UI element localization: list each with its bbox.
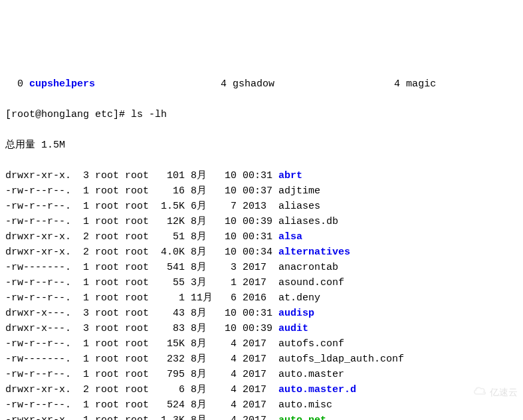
file-meta: -rwxr-xr-x. 1 root root 1.3K 8月 4 2017: [5, 415, 278, 420]
file-name: aliases: [278, 201, 320, 212]
list-item: drwxr-xr-x. 2 root root 6 8月 4 2017 auto…: [5, 382, 523, 397]
file-meta: -rw-r--r--. 1 root root 1.5K 6月 7 2013: [5, 201, 278, 212]
list-item: -rw-r--r--. 1 root root 1.5K 6月 7 2013 a…: [5, 199, 523, 214]
command-input[interactable]: ls -lh: [131, 109, 167, 120]
file-name: anacrontab: [278, 262, 338, 273]
list-item: -rw-r--r--. 1 root root 795 8月 4 2017 au…: [5, 367, 523, 382]
file-meta: -rw-r--r--. 1 root root 16 8月 10 00:37: [5, 185, 278, 197]
list-item: drwxr-x---. 3 root root 83 8月 10 00:39 a…: [5, 321, 523, 336]
list-item: -rwxr-xr-x. 1 root root 1.3K 8月 4 2017 a…: [5, 413, 523, 420]
watermark: 亿速云: [450, 369, 518, 416]
file-meta: drwxr-xr-x. 2 root root 4.0K 8月 10 00:34: [5, 247, 278, 258]
file-meta: -rw-------. 1 root root 232 8月 4 2017: [5, 354, 278, 365]
file-name: autofs_ldap_auth.conf: [278, 354, 404, 365]
list-item: -rw-r--r--. 1 root root 1 11月 6 2016 at.…: [5, 290, 523, 306]
file-name: autofs.conf: [278, 338, 344, 350]
file-meta: drwxr-x---. 3 root root 83 8月 10 00:39: [5, 323, 278, 334]
cloud-icon: [450, 369, 487, 416]
file-name: alternatives: [278, 247, 350, 258]
file-meta: drwxr-xr-x. 2 root root 6 8月 4 2017: [5, 384, 278, 395]
list-item: -rw-------. 1 root root 541 8月 3 2017 an…: [5, 260, 523, 275]
file-meta: -rw-r--r--. 1 root root 15K 8月 4 2017: [5, 338, 278, 350]
prompt-line[interactable]: [root@honglang etc]# ls -lh: [5, 107, 523, 122]
file-meta: drwxr-x---. 3 root root 43 8月 10 00:31: [5, 308, 278, 319]
file-name: auto.misc: [278, 399, 332, 411]
file-meta: -rw-r--r--. 1 root root 12K 8月 10 00:39: [5, 216, 278, 227]
file-name: audisp: [278, 308, 314, 319]
list-item: -rw-r--r--. 1 root root 524 8月 4 2017 au…: [5, 397, 523, 413]
shell-prompt: [root@honglang etc]#: [5, 109, 131, 120]
terminal-output: 0 cupshelpers 4 gshadow 4 magic [root@ho…: [0, 61, 523, 420]
file-name: abrt: [278, 170, 302, 181]
list-item: drwxr-xr-x. 2 root root 51 8月 10 00:31 a…: [5, 229, 523, 245]
file-name: audit: [278, 323, 308, 334]
file-name: auto.master.d: [278, 384, 356, 395]
list-item: drwxr-x---. 3 root root 43 8月 10 00:31 a…: [5, 306, 523, 321]
file-name: asound.conf: [278, 277, 344, 288]
list-item: -rw-r--r--. 1 root root 16 8月 10 00:37 a…: [5, 183, 523, 199]
list-item: drwxr-xr-x. 3 root root 101 8月 10 00:31 …: [5, 168, 523, 183]
list-item: -rw-r--r--. 1 root root 15K 8月 4 2017 au…: [5, 336, 523, 352]
list-item: -rw-r--r--. 1 root root 12K 8月 10 00:39 …: [5, 214, 523, 229]
file-name: adjtime: [278, 185, 320, 197]
file-meta: drwxr-xr-x. 3 root root 101 8月 10 00:31: [5, 170, 278, 181]
prev-output-line: 0 cupshelpers 4 gshadow 4 magic: [5, 76, 523, 92]
file-name: alsa: [278, 231, 302, 243]
file-meta: -rw-------. 1 root root 541 8月 3 2017: [5, 262, 278, 273]
list-item: -rw-------. 1 root root 232 8月 4 2017 au…: [5, 352, 523, 367]
total-line: 总用量 1.5M: [5, 138, 523, 153]
list-item: drwxr-xr-x. 2 root root 4.0K 8月 10 00:34…: [5, 245, 523, 260]
file-name: auto.master: [278, 369, 344, 380]
file-meta: -rw-r--r--. 1 root root 55 3月 1 2017: [5, 277, 278, 288]
file-name: at.deny: [278, 292, 320, 304]
file-meta: -rw-r--r--. 1 root root 1 11月 6 2016: [5, 292, 278, 304]
file-meta: -rw-r--r--. 1 root root 524 8月 4 2017: [5, 399, 278, 411]
list-item: -rw-r--r--. 1 root root 55 3月 1 2017 aso…: [5, 275, 523, 290]
file-name: auto.net: [278, 415, 326, 420]
file-meta: -rw-r--r--. 1 root root 795 8月 4 2017: [5, 369, 278, 380]
file-meta: drwxr-xr-x. 2 root root 51 8月 10 00:31: [5, 231, 278, 243]
file-name: aliases.db: [278, 216, 338, 227]
